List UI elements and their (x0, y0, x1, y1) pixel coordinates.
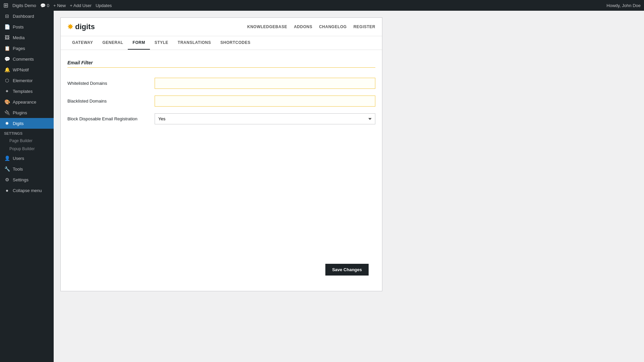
digits-logo: ✸ digits (67, 22, 95, 31)
comment-icon: 💬 (40, 3, 46, 8)
block-disposable-row: Block Disposable Email Registration Yes … (67, 113, 375, 124)
nav-changelog[interactable]: CHANGELOG (319, 24, 347, 29)
tab-form[interactable]: FORM (128, 36, 150, 50)
updates-bar-item[interactable]: Updates (96, 3, 112, 8)
sidebar-item-appearance[interactable]: 🎨 Appearance (0, 97, 54, 107)
digits-tabs: GATEWAY GENERAL FORM STYLE TRANSLATIONS … (61, 36, 382, 50)
plugins-icon: 🔌 (4, 110, 10, 115)
posts-icon: 📄 (4, 24, 10, 29)
blacklisted-domains-row: Blacklisted Domains (67, 96, 375, 107)
add-user-bar-item[interactable]: + Add User (70, 3, 92, 8)
nav-addons[interactable]: ADDONS (294, 24, 312, 29)
dashboard-icon: ⊟ (4, 13, 10, 19)
tools-icon: 🔧 (4, 166, 10, 172)
panel-footer: Save Changes (67, 258, 375, 281)
tab-shortcodes[interactable]: SHORTCODES (216, 36, 255, 50)
sidebar-item-elementor[interactable]: ⬡ Elementor (0, 75, 54, 86)
sidebar-sub-page-builder[interactable]: Page Builder (0, 137, 54, 145)
howdy-text: Howdy, John Doe (606, 3, 641, 8)
main-content: ✸ digits KNOWLEDGEBASE ADDONS CHANGELOG … (54, 11, 644, 362)
sidebar-item-tools[interactable]: 🔧 Tools (0, 164, 54, 174)
sidebar-item-dashboard[interactable]: ⊟ Dashboard (0, 11, 54, 21)
new-bar-item[interactable]: + New (53, 3, 66, 8)
digits-header: ✸ digits KNOWLEDGEBASE ADDONS CHANGELOG … (61, 18, 382, 36)
block-disposable-label: Block Disposable Email Registration (67, 116, 148, 121)
tab-style[interactable]: STYLE (150, 36, 173, 50)
comments-bar-item[interactable]: 💬 0 (40, 3, 49, 8)
tab-translations[interactable]: TRANSLATIONS (173, 36, 216, 50)
sidebar: ⊟ Dashboard 📄 Posts 🖼 Media 📋 Pages 💬 Co… (0, 11, 54, 362)
users-icon: 👤 (4, 156, 10, 161)
sidebar-item-pages[interactable]: 📋 Pages (0, 43, 54, 54)
pages-icon: 📋 (4, 46, 10, 51)
site-name[interactable]: Digits Demo (12, 3, 36, 8)
digits-logo-text: digits (75, 22, 95, 31)
collapse-icon: ● (4, 188, 10, 193)
digits-logo-star: ✸ (67, 23, 73, 31)
digits-panel: ✸ digits KNOWLEDGEBASE ADDONS CHANGELOG … (60, 17, 382, 291)
sidebar-item-plugins[interactable]: 🔌 Plugins (0, 107, 54, 118)
digits-content: Email Filter Whitelisted Domains Blackli… (61, 50, 382, 291)
sidebar-item-collapse[interactable]: ● Collapse menu (0, 185, 54, 196)
appearance-icon: 🎨 (4, 99, 10, 105)
block-disposable-select[interactable]: Yes No (155, 113, 375, 124)
sidebar-item-settings[interactable]: ⚙ Settings (0, 174, 54, 185)
save-changes-button[interactable]: Save Changes (325, 264, 369, 276)
sidebar-item-comments[interactable]: 💬 Comments (0, 54, 54, 64)
sidebar-item-posts[interactable]: 📄 Posts (0, 21, 54, 32)
comments-icon: 💬 (4, 56, 10, 62)
digits-nav-links: KNOWLEDGEBASE ADDONS CHANGELOG REGISTER (247, 24, 375, 29)
section-divider (67, 67, 375, 68)
templates-icon: ✦ (4, 88, 10, 94)
admin-bar: ⊞ Digits Demo 💬 0 + New + Add User Updat… (0, 0, 644, 11)
sidebar-item-digits[interactable]: ✸ Digits (0, 118, 54, 129)
media-icon: 🖼 (4, 35, 10, 40)
whitelisted-domains-label: Whitelisted Domains (67, 81, 148, 86)
elementor-icon: ⬡ (4, 78, 10, 83)
blacklisted-domains-label: Blacklisted Domains (67, 99, 148, 104)
settings-icon: ⚙ (4, 177, 10, 182)
sidebar-item-users[interactable]: 👤 Users (0, 153, 54, 164)
settings-section-title: Settings (0, 129, 54, 137)
nav-knowledgebase[interactable]: KNOWLEDGEBASE (247, 24, 287, 29)
nav-register[interactable]: REGISTER (354, 24, 375, 29)
digits-sidebar-icon: ✸ (4, 121, 10, 126)
section-title: Email Filter (67, 60, 375, 65)
wpnotif-icon: 🔔 (4, 67, 10, 72)
blacklisted-domains-input[interactable] (155, 96, 375, 107)
sidebar-item-media[interactable]: 🖼 Media (0, 32, 54, 43)
tab-gateway[interactable]: GATEWAY (67, 36, 98, 50)
wp-layout: ⊟ Dashboard 📄 Posts 🖼 Media 📋 Pages 💬 Co… (0, 11, 644, 362)
tab-general[interactable]: GENERAL (98, 36, 128, 50)
whitelisted-domains-row: Whitelisted Domains (67, 78, 375, 89)
wp-logo-icon: ⊞ (3, 2, 8, 9)
whitelisted-domains-input[interactable] (155, 78, 375, 89)
sidebar-sub-popup-builder[interactable]: Popup Builder (0, 145, 54, 153)
sidebar-item-templates[interactable]: ✦ Templates (0, 86, 54, 97)
sidebar-item-wpnotif[interactable]: 🔔 WPNotif (0, 64, 54, 75)
